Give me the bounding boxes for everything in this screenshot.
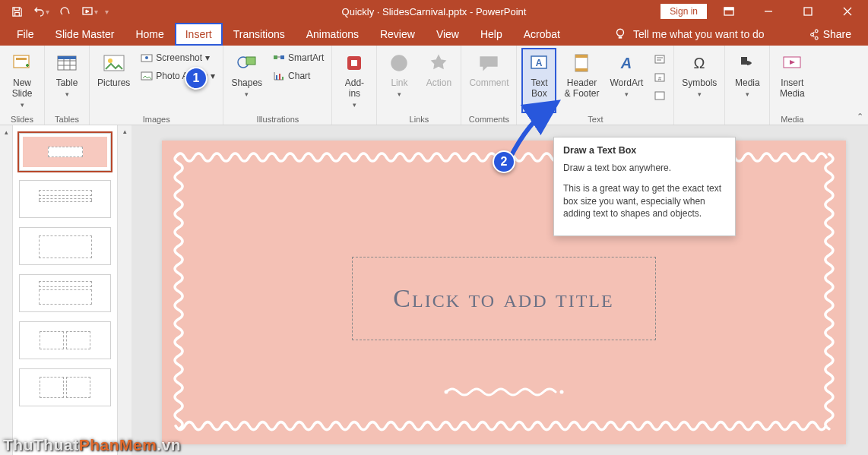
slide[interactable]: Click to add title [162,141,846,444]
slide-thumbnail[interactable] [19,368,111,406]
share-button[interactable]: Share [801,28,857,40]
window-title: Quickly · SlidesCarnival.pptx - PowerPoi… [342,6,527,17]
app-name: PowerPoint [476,6,526,17]
tab-help[interactable]: Help [470,23,513,46]
screenshot-label: Screenshot [156,52,202,63]
smartart-label: SmartArt [288,52,324,63]
svg-rect-2 [724,8,733,10]
tab-transitions[interactable]: Transitions [223,23,296,46]
maximize-icon[interactable] [790,0,825,23]
svg-rect-16 [274,55,277,59]
save-icon[interactable] [8,2,26,21]
tooltip-text: This is a great way to get the exact tex… [563,182,726,220]
redo-icon[interactable] [56,2,74,21]
chart-button[interactable]: Chart [270,68,327,84]
chart-label: Chart [288,71,310,81]
undo-icon[interactable]: ▾ [32,2,50,21]
table-label: Table [56,78,78,89]
date-time-icon [654,53,666,65]
group-links: Link ▾ Action Links [377,46,461,125]
slide-thumbnail[interactable] [19,133,111,171]
addins-label: Add- ins [345,78,364,100]
ribbon: New Slide ▾ Slides Table ▾ Tables Pictur… [0,46,868,125]
tab-insert[interactable]: Insert [175,23,223,46]
shapes-button[interactable]: Shapes ▾ [228,48,265,113]
symbols-button[interactable]: Ω Symbols ▾ [679,48,720,113]
slide-thumbnail[interactable] [19,227,111,265]
title-placeholder[interactable]: Click to add title [352,257,656,340]
table-button[interactable]: Table ▾ [49,48,84,113]
insert-media-label: Insert Media [780,78,805,100]
ribbon-display-options-icon[interactable] [711,0,746,23]
slide-thumbnail-pane: ▴ [0,125,118,455]
group-addins: Add- ins ▾ [332,46,377,125]
header-footer-label: Header & Footer [564,78,599,100]
slide-thumbnail[interactable] [19,321,111,359]
media-button[interactable]: Media ▾ [730,48,765,113]
group-label-slides: Slides [5,113,40,126]
chart-icon [273,70,285,82]
decorative-squiggle [443,387,565,397]
thumbnail-scrollbar[interactable]: ▴ [0,125,13,455]
insert-media-button[interactable]: Insert Media [775,48,809,113]
text-more-1[interactable] [651,51,669,68]
svg-point-37 [559,390,563,394]
symbols-label: Symbols [682,78,717,89]
svg-rect-33 [655,92,664,100]
addins-button[interactable]: Add- ins ▾ [337,48,372,113]
screenshot-button[interactable]: Screenshot ▾ [138,49,218,66]
tab-file[interactable]: File [6,23,45,46]
header-footer-icon [569,51,594,75]
canvas-scrollbar[interactable]: ▴ [118,125,131,455]
svg-rect-28 [575,68,588,71]
tab-home[interactable]: Home [125,23,174,46]
chevron-down-icon: ▾ [398,90,401,98]
pictures-button[interactable]: Pictures [94,48,133,113]
slide-thumbnail[interactable] [19,274,111,312]
scroll-up-icon[interactable]: ▴ [118,125,131,137]
comment-label: Comment [469,78,508,89]
ribbon-tabs: File Slide Master Home Insert Transition… [0,23,868,46]
tab-animations[interactable]: Animations [296,23,369,46]
chevron-down-icon: ▾ [65,90,69,98]
close-icon[interactable] [830,0,865,23]
new-slide-icon [10,51,34,75]
text-box-icon: A [527,51,551,75]
tab-acrobat[interactable]: Acrobat [513,23,571,46]
tab-review[interactable]: Review [369,23,426,46]
link-button[interactable]: Link ▾ [382,48,417,113]
svg-point-4 [616,29,623,36]
media-icon [735,51,759,75]
shapes-icon [235,51,259,75]
start-from-beginning-icon[interactable]: ▾ [81,2,99,21]
tab-view[interactable]: View [426,23,470,46]
screenshot-icon [141,52,153,64]
tell-me-input[interactable]: Tell me what you want to do [633,28,765,40]
scroll-up-icon[interactable]: ▴ [0,125,13,138]
action-button[interactable]: Action [421,48,456,113]
wordart-button[interactable]: A WordArt ▾ [607,48,647,113]
quick-access-toolbar: ▾ ▾ ▾ [0,2,109,21]
group-tables: Table ▾ Tables [45,46,90,125]
group-symbols: Ω Symbols ▾ [674,46,725,125]
text-more-3[interactable] [651,87,669,104]
text-box-label: Text Box [531,78,547,100]
text-more-2[interactable]: # [651,69,669,86]
smartart-button[interactable]: SmartArt [270,49,327,66]
annotation-step-1: 1 [185,67,207,90]
collapse-ribbon-icon[interactable]: ⌃ [857,112,863,122]
svg-rect-20 [282,77,284,80]
slide-thumbnail[interactable] [19,180,111,218]
watermark-text: PhanMem [79,436,157,453]
sign-in-button[interactable]: Sign in [661,4,707,19]
qat-customize-icon[interactable]: ▾ [105,8,109,16]
comment-icon [477,51,501,75]
new-slide-label: New Slide [12,78,33,100]
minimize-icon[interactable] [751,0,786,23]
tooltip-text: Draw a text box anywhere. [563,162,726,175]
tab-slide-master[interactable]: Slide Master [45,23,125,46]
chevron-down-icon: ▾ [625,90,629,98]
new-slide-button[interactable]: New Slide ▾ [5,48,40,113]
tooltip: Draw a Text Box Draw a text box anywhere… [553,137,736,236]
workspace: ▴ ▴ Click to add title [0,125,868,455]
